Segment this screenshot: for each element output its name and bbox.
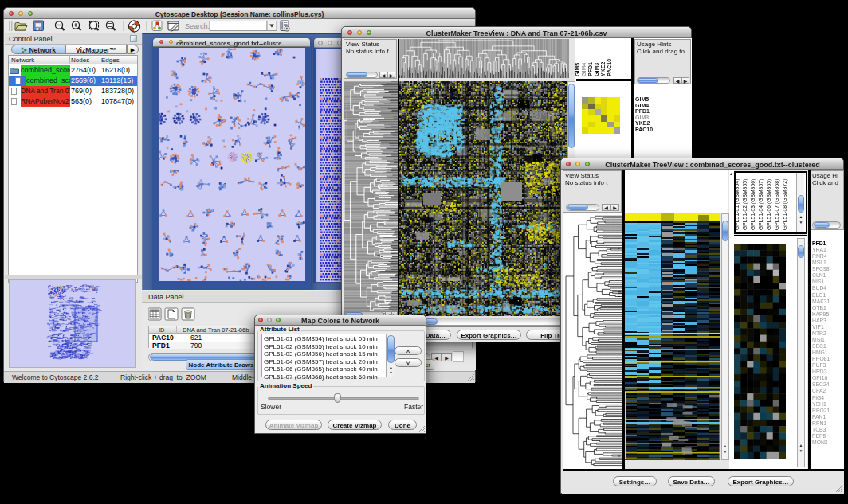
svg-text:Search:: Search: (185, 22, 210, 30)
